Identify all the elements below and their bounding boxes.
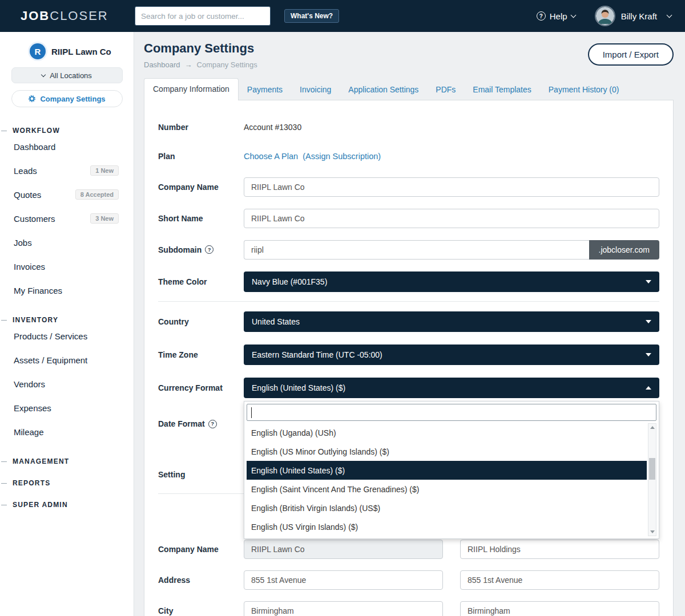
currency-option-selected[interactable]: English (United States) ($) xyxy=(247,461,647,480)
breadcrumb-home[interactable]: Dashboard xyxy=(144,60,180,69)
quotes-badge: 8 Accepted xyxy=(75,189,119,200)
section-title: MANAGEMENT xyxy=(13,457,69,465)
sidebar-item-vendors[interactable]: Vendors xyxy=(0,372,134,396)
section-title: WORKFLOW xyxy=(13,127,60,135)
all-locations-label: All Locations xyxy=(50,71,92,80)
scrollbar-thumb[interactable] xyxy=(649,458,655,480)
section-dash-icon xyxy=(1,131,7,131)
field-row-number: Number Account #13030 xyxy=(158,113,659,141)
scroll-up-arrow-icon[interactable] xyxy=(650,426,655,429)
date-format-label: Date Format xyxy=(158,419,205,428)
company-settings-label: Company Settings xyxy=(40,95,105,103)
main-header: Company Settings Dashboard → Company Set… xyxy=(135,32,685,69)
field-row-timezone: Time Zone Eastern Standard Time (UTC -05… xyxy=(158,338,659,371)
sidebar-item-invoices[interactable]: Invoices xyxy=(0,254,134,278)
tab-email-templates[interactable]: Email Templates xyxy=(464,79,539,100)
all-locations-dropdown[interactable]: All Locations xyxy=(11,67,123,83)
currency-option[interactable]: English (British Virgin Islands) (US$) xyxy=(247,499,647,517)
field-row-subdomain: Subdomain ? .jobcloser.com xyxy=(158,234,659,265)
sidebar-item-expenses[interactable]: Expenses xyxy=(0,396,134,420)
tab-payments[interactable]: Payments xyxy=(239,79,291,100)
chevron-up-icon xyxy=(646,386,651,390)
sidebar-item-label: Products / Services xyxy=(14,331,87,341)
tab-invoicing[interactable]: Invoicing xyxy=(291,79,340,100)
sidebar-item-mileage[interactable]: Mileage xyxy=(0,420,134,444)
country-select[interactable]: United States xyxy=(244,311,659,332)
sidebar-item-label: Vendors xyxy=(14,379,45,389)
tab-application-settings[interactable]: Application Settings xyxy=(340,79,427,100)
sidebar-item-my-finances[interactable]: My Finances xyxy=(0,278,134,302)
section-divider xyxy=(158,301,659,302)
short-name-label: Short Name xyxy=(158,214,244,223)
company-information-panel: Number Account #13030 Plan Choose A Plan… xyxy=(144,100,674,616)
customers-badge: 3 New xyxy=(90,213,119,224)
field-row-theme-color: Theme Color Navy Blue (#001F35) xyxy=(158,265,659,298)
section-management[interactable]: MANAGEMENT xyxy=(1,457,134,465)
section-title: REPORTS xyxy=(13,479,50,487)
tab-company-information[interactable]: Company Information xyxy=(144,78,239,100)
sidebar-item-customers[interactable]: Customers 3 New xyxy=(0,206,134,230)
subdomain-help-icon[interactable]: ? xyxy=(205,245,213,254)
scroll-down-arrow-icon[interactable] xyxy=(650,530,655,533)
short-name-input[interactable] xyxy=(244,209,659,228)
sidebar-item-leads[interactable]: Leads 1 New xyxy=(0,159,134,183)
sidebar-item-quotes[interactable]: Quotes 8 Accepted xyxy=(0,183,134,206)
currency-format-select[interactable]: English (United States) ($) xyxy=(244,378,659,398)
sidebar-item-jobs[interactable]: Jobs xyxy=(0,230,134,254)
currency-option[interactable]: English (US Minor Outlying Islands) ($) xyxy=(247,442,647,461)
location-primary-address-input[interactable] xyxy=(244,570,443,590)
currency-option[interactable]: English (Saint Vincent And The Grenadine… xyxy=(247,480,647,499)
location-primary-city-input[interactable] xyxy=(244,601,443,616)
tab-payment-history[interactable]: Payment History (0) xyxy=(540,79,628,100)
location-secondary-company-name-input[interactable] xyxy=(460,540,659,559)
currency-option[interactable]: English (US Virgin Islands) ($) xyxy=(247,517,647,536)
sidebar-item-label: Quotes xyxy=(14,190,41,200)
breadcrumb-current: Company Settings xyxy=(197,60,257,69)
location-secondary-address-input[interactable] xyxy=(460,570,659,590)
chevron-down-icon xyxy=(646,280,651,283)
subdomain-input[interactable] xyxy=(244,240,589,260)
field-row-location-address: Address xyxy=(158,565,659,595)
currency-dropdown-search-input[interactable] xyxy=(247,404,656,421)
sidebar-item-label: Assets / Equipment xyxy=(14,355,87,365)
currency-option[interactable]: English (Uganda) (USh) xyxy=(247,423,647,442)
section-reports[interactable]: REPORTS xyxy=(1,479,134,487)
field-row-location-city: City xyxy=(158,595,659,616)
top-bar: JOBCLOSER What's New? ? Help Billy Kraft xyxy=(0,0,685,32)
app-logo[interactable]: JOBCLOSER xyxy=(21,9,135,23)
sidebar-item-label: Mileage xyxy=(14,427,44,437)
field-row-plan: Plan Choose A Plan (Assign Subscription) xyxy=(158,141,659,171)
sidebar-item-assets-equipment[interactable]: Assets / Equipment xyxy=(0,348,134,372)
user-avatar[interactable] xyxy=(595,6,615,26)
country-value: United States xyxy=(252,317,300,326)
timezone-select[interactable]: Eastern Standard Time (UTC -05:00) xyxy=(244,345,659,365)
section-dash-icon xyxy=(1,461,7,462)
choose-plan-link[interactable]: Choose A Plan xyxy=(244,152,298,161)
company-name-input[interactable] xyxy=(244,177,659,197)
dropdown-scrollbar[interactable] xyxy=(648,423,656,536)
sidebar-item-dashboard[interactable]: Dashboard xyxy=(0,135,134,159)
sidebar-item-label: Expenses xyxy=(14,403,51,413)
location-secondary-city-input[interactable] xyxy=(460,601,659,616)
field-row-country: Country United States xyxy=(158,305,659,338)
assign-subscription-link[interactable]: (Assign Subscription) xyxy=(303,152,381,161)
company-avatar: R xyxy=(30,43,46,59)
section-super-admin[interactable]: SUPER ADMIN xyxy=(1,501,134,509)
company-name-label: Company Name xyxy=(158,183,244,192)
avatar-image xyxy=(596,7,614,25)
theme-color-select[interactable]: Navy Blue (#001F35) xyxy=(244,271,659,292)
currency-option-list: English (Uganda) (USh) English (US Minor… xyxy=(247,423,647,536)
location-primary-company-name-input[interactable] xyxy=(244,540,443,559)
company-settings-button[interactable]: Company Settings xyxy=(11,90,123,107)
sidebar-item-products-services[interactable]: Products / Services xyxy=(0,324,134,348)
tab-pdfs[interactable]: PDFs xyxy=(427,79,464,100)
whats-new-button[interactable]: What's New? xyxy=(284,9,339,23)
user-name: Billy Kraft xyxy=(621,11,657,21)
chevron-down-icon xyxy=(646,353,651,356)
gear-icon xyxy=(28,95,36,103)
date-format-help-icon[interactable]: ? xyxy=(208,420,217,428)
user-menu[interactable]: Billy Kraft xyxy=(621,11,671,21)
help-menu[interactable]: ? Help xyxy=(537,11,575,21)
global-search-input[interactable] xyxy=(135,6,271,26)
import-export-button[interactable]: Import / Export xyxy=(588,43,674,66)
